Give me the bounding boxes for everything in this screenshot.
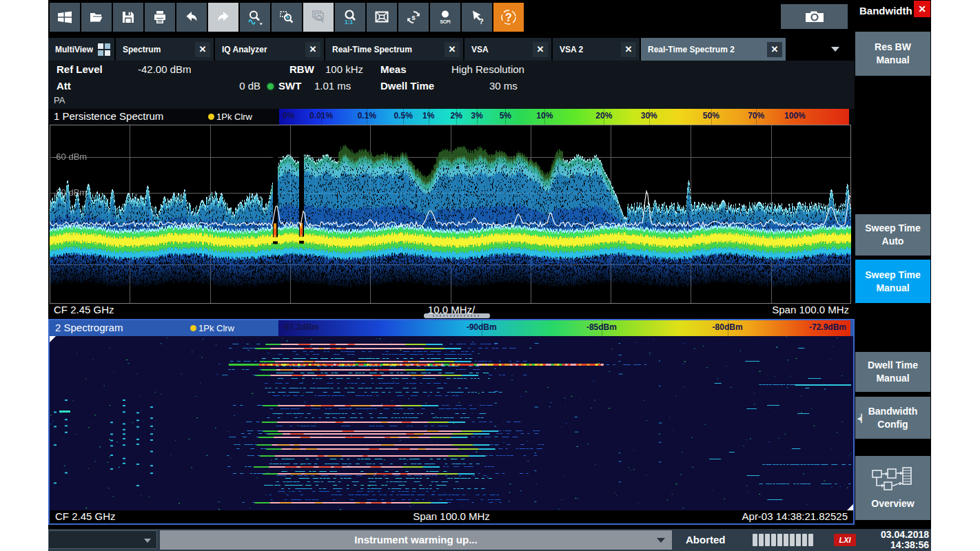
zoom-trace-button[interactable] [240, 3, 270, 32]
undo-button[interactable] [176, 3, 207, 32]
tab-real-time-spectrum-2[interactable]: Real-Time Spectrum 2✕ [641, 38, 786, 61]
swt-label: SWT [278, 80, 301, 92]
tab-close-button[interactable]: ✕ [305, 42, 320, 57]
help-button[interactable]: ? [493, 3, 524, 32]
dwell-time-value[interactable]: 30 ms [489, 80, 518, 92]
spectrogram-window: 2 Spectrogram 1Pk Clrw -97.2dBm-90dBm-85… [48, 319, 855, 525]
scpi-icon: SCPI [437, 9, 453, 25]
spectrogram-footer: CF 2.45 GHz Span 100.0 MHz Apr-03 14:38:… [50, 510, 853, 523]
softkey-sweep-time-auto[interactable]: Sweep Time Auto [855, 214, 930, 256]
meas-value[interactable]: High Resolution [451, 63, 524, 75]
open-file-button[interactable] [81, 3, 112, 32]
progress-segment [784, 534, 788, 546]
att-label: Att [57, 80, 71, 92]
softkey-close-button[interactable]: ✕ [914, 1, 930, 17]
spectrogram-trace-label: 1Pk Clrw [198, 323, 234, 333]
status-message[interactable]: Instrument warming up... [160, 530, 672, 550]
tab-close-button[interactable]: ✕ [445, 42, 460, 57]
persistence-header[interactable]: 1 Persistence Spectrum 1Pk Clrw 0%0.01%0… [48, 109, 855, 125]
progress-segment [765, 534, 770, 546]
zoom-one-to-one-button[interactable]: 1:1 [335, 3, 365, 32]
tab-close-button[interactable]: ✕ [767, 42, 782, 57]
split-view-button[interactable] [367, 3, 397, 32]
analyzer-app: 1:1sSCPI?? MultiViewSpectrum✕IQ Analyzer… [48, 0, 931, 551]
trace-dot-icon [190, 325, 196, 331]
svg-text:?: ? [479, 17, 484, 25]
tab-spectrum[interactable]: Spectrum✕ [116, 38, 214, 61]
window-splitter-handle[interactable] [424, 313, 490, 318]
tab-close-button[interactable]: ✕ [195, 42, 210, 57]
status-selector[interactable] [48, 530, 157, 549]
tab-close-button[interactable]: ✕ [533, 42, 548, 57]
meas-label: Meas [380, 63, 407, 75]
date-label: 03.04.2018 [881, 530, 929, 540]
softkey-overview[interactable]: Overview [855, 456, 930, 520]
ref-level-value[interactable]: -42.00 dBm [138, 63, 192, 75]
windows-start-button[interactable] [50, 3, 80, 32]
persistence-color-scale: 0%0.01%0.1%0.5%1%2%3%5%10%20%30%50%70%10… [279, 109, 849, 125]
multi-window-zoom-button[interactable] [303, 3, 334, 32]
submenu-arrow-icon: ◂▏ [857, 411, 867, 424]
swt-value[interactable]: 1.01 ms [314, 80, 351, 92]
zoom-selection-button[interactable] [272, 3, 302, 32]
settings-bar: Ref Level -42.00 dBm RBW 100 kHz Meas Hi… [48, 61, 855, 109]
att-value[interactable]: 0 dB [214, 80, 261, 92]
screen: 1:1sSCPI?? MultiViewSpectrum✕IQ Analyzer… [0, 0, 980, 551]
dwell-time-label: Dwell Time [380, 80, 434, 92]
tab-vsa-2[interactable]: VSA 2✕ [553, 38, 640, 61]
softkey-label: Sweep Time Manual [865, 269, 921, 295]
persistence-plot-canvas[interactable] [50, 125, 851, 304]
sequencer-icon: s [405, 9, 422, 25]
chevron-down-icon [144, 539, 151, 543]
persistence-trace-label: 1Pk Clrw [216, 112, 252, 122]
lxi-icon: LXI [834, 534, 856, 546]
time-label: 14:38:56 [881, 540, 929, 550]
tab-close-button[interactable]: ✕ [621, 42, 636, 57]
zoom-selection-icon [278, 9, 295, 25]
svg-text:?: ? [505, 12, 512, 23]
ref-level-label: Ref Level [57, 63, 103, 75]
sequencer-button[interactable]: s [398, 3, 429, 32]
softkey-bandwidth-config[interactable]: Bandwidth Config◂▏ [855, 397, 930, 439]
progress-segment [796, 534, 801, 546]
rbw-value[interactable]: 100 kHz [325, 63, 363, 75]
tab-real-time-spectrum[interactable]: Real-Time Spectrum✕ [325, 38, 463, 61]
toolbar: 1:1sSCPI?? [48, 0, 855, 34]
help-pointer-button[interactable]: ? [462, 3, 492, 32]
spectrogram-header[interactable]: 2 Spectrogram 1Pk Clrw -97.2dBm-90dBm-85… [50, 320, 853, 336]
tab-vsa[interactable]: VSA✕ [465, 38, 551, 61]
spectrogram-plot-canvas[interactable] [50, 336, 851, 510]
status-message-text: Instrument warming up... [354, 534, 477, 545]
tab-label: VSA [465, 45, 489, 54]
softkey-dwell-time-manual[interactable]: Dwell Time Manual [855, 352, 930, 392]
tab-multiview[interactable]: MultiView [48, 38, 114, 61]
softkey-res-bw-manual[interactable]: Res BW Manual [855, 32, 930, 76]
save-button[interactable] [113, 3, 143, 32]
tab-label: IQ Analyzer [215, 45, 267, 54]
scpi-button[interactable]: SCPI [430, 3, 460, 32]
redo-button[interactable] [208, 3, 238, 32]
screenshot-button[interactable] [781, 4, 848, 29]
persistence-title: 1 Persistence Spectrum [54, 110, 163, 122]
progress-segment [808, 534, 813, 546]
focus-corner-icon [847, 504, 853, 510]
print-icon [152, 9, 168, 25]
zoom-one-to-one-icon: 1:1 [342, 9, 358, 25]
datetime: 03.04.2018 14:38:56 [881, 530, 929, 550]
print-button[interactable] [145, 3, 175, 32]
chevron-down-icon [657, 538, 665, 543]
focus-corner-icon [50, 336, 56, 342]
save-icon [120, 9, 136, 25]
tab-overflow-dropdown[interactable] [831, 47, 839, 52]
multiview-grid-icon [98, 43, 110, 56]
scale-label: -97.2dBm [282, 322, 319, 332]
softkey-sweep-time-manual[interactable]: Sweep Time Manual [855, 260, 930, 303]
progress-segment [802, 534, 807, 546]
help-icon: ? [500, 9, 517, 25]
tab-label: Real-Time Spectrum 2 [641, 45, 735, 54]
rbw-label: RBW [289, 63, 314, 75]
tab-iq-analyzer[interactable]: IQ Analyzer✕ [215, 38, 324, 61]
softkey-sidebar: Bandwidth ✕ Res BW ManualSweep Time Auto… [855, 0, 931, 529]
status-bar: Instrument warming up... Aborted LXI 03.… [48, 529, 931, 551]
tab-label: MultiView [48, 45, 93, 54]
